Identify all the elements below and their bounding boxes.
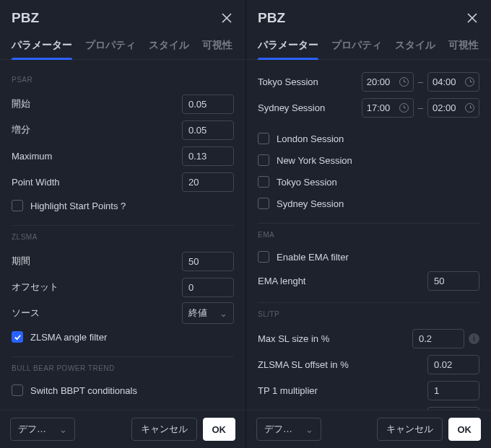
panel-title: PBZ <box>12 10 39 26</box>
row-period: 期間 <box>12 248 234 274</box>
row-source: ソース 終値 ⌄ <box>12 300 234 326</box>
button-group: キャンセル OK <box>131 418 236 441</box>
tab-style[interactable]: スタイル <box>395 33 435 59</box>
row-london-check: London Session <box>258 128 479 149</box>
tab-properties[interactable]: プロパティ <box>85 33 136 59</box>
select-source[interactable]: 終値 ⌄ <box>182 302 234 324</box>
row-tokyo-check: Tokyo Session <box>258 171 479 193</box>
preset-label: デフォ… <box>264 423 298 436</box>
tabs: パラメーター プロパティ スタイル 可視性 <box>246 33 491 60</box>
ok-button[interactable]: OK <box>203 418 236 441</box>
settings-panel-right: PBZ パラメーター プロパティ スタイル 可視性 Tokyo Session … <box>246 0 491 448</box>
header: PBZ <box>0 0 246 33</box>
row-start: 開始 <box>12 91 234 117</box>
input-period[interactable] <box>182 252 234 271</box>
label-sydney: Sydney Session <box>258 102 357 113</box>
row-increment: 増分 <box>12 117 234 143</box>
time-tokyo-end[interactable]: 04:00 <box>427 72 479 92</box>
label-switch-bbpt: Switch BBPT conditionals <box>30 385 137 396</box>
preset-dropdown[interactable]: デフォ… ⌄ <box>256 418 321 441</box>
label-period: 期間 <box>12 255 176 268</box>
tab-visibility[interactable]: 可視性 <box>448 33 479 59</box>
panel-title: PBZ <box>258 10 285 26</box>
checkbox-london[interactable] <box>258 133 269 144</box>
label-maxsl: Max SL size in % <box>258 333 407 344</box>
input-increment[interactable] <box>182 120 234 140</box>
time-sydney-start[interactable]: 17:00 <box>362 98 414 118</box>
row-switch-bbpt: Switch BBPT conditionals <box>12 379 234 401</box>
section-sltp: SL/TP <box>258 310 479 318</box>
chevron-down-icon: ⌄ <box>59 424 67 435</box>
input-zlsma-offset[interactable] <box>427 355 479 374</box>
button-group: キャンセル OK <box>377 418 482 441</box>
row-zlsma-offset: ZLSMA SL offset in % <box>258 351 479 377</box>
info-icon[interactable]: i <box>469 333 479 344</box>
row-sydney-time: Sydney Session 17:00 – 02:00 <box>258 95 479 120</box>
section-ema: EMA <box>258 231 479 239</box>
tab-parameters[interactable]: パラメーター <box>12 33 72 59</box>
tab-parameters[interactable]: パラメーター <box>258 33 318 59</box>
time-sydney-end[interactable]: 02:00 <box>427 98 479 118</box>
divider <box>258 302 479 303</box>
label-angle: ZLSMA angle filter <box>30 332 107 343</box>
settings-panel-left: PBZ パラメーター プロパティ スタイル 可視性 PSAR 開始 増分 Max… <box>0 0 246 448</box>
section-zlsma: ZLSMA <box>12 233 234 241</box>
clock-icon <box>399 77 409 87</box>
time-value: 02:00 <box>433 102 456 113</box>
row-ema-length: EMA lenght <box>258 268 479 294</box>
row-point-width: Point Width <box>12 169 234 195</box>
row-enable-ema: Enable EMA filter <box>258 246 479 268</box>
content-scroll[interactable]: Tokyo Session 20:00 – 04:00 Sydney Sessi… <box>246 60 491 410</box>
checkbox-newyork[interactable] <box>258 154 269 166</box>
label-maximum: Maximum <box>12 151 176 162</box>
label-tokyo: Tokyo Session <box>277 177 337 188</box>
row-maxsl: Max SL size in % i <box>258 325 479 351</box>
checkbox-enable-ema[interactable] <box>258 251 269 263</box>
chevron-down-icon: ⌄ <box>220 308 227 319</box>
checkbox-tokyo[interactable] <box>258 176 269 188</box>
input-point-width[interactable] <box>182 172 234 192</box>
time-tokyo-start[interactable]: 20:00 <box>362 72 414 92</box>
ok-button[interactable]: OK <box>448 418 482 441</box>
input-maxsl[interactable] <box>412 329 464 348</box>
time-value: 17:00 <box>367 102 391 113</box>
input-tp1[interactable] <box>427 381 479 400</box>
checkbox-switch-bbpt[interactable] <box>12 385 23 396</box>
checkbox-sydney[interactable] <box>258 198 269 209</box>
content-scroll[interactable]: PSAR 開始 増分 Maximum Point Width Highlight… <box>0 60 246 410</box>
preset-label: デフォ… <box>18 423 52 436</box>
label-london: London Session <box>277 133 344 144</box>
checkbox-angle[interactable] <box>12 331 23 343</box>
tabs: パラメーター プロパティ スタイル 可視性 <box>0 33 246 60</box>
label-source: ソース <box>12 307 176 320</box>
input-offset[interactable] <box>182 278 234 297</box>
footer: デフォ… ⌄ キャンセル OK <box>246 410 491 448</box>
input-ema-length[interactable] <box>427 271 479 291</box>
label-enable-ema: Enable EMA filter <box>277 252 349 263</box>
time-value: 20:00 <box>367 76 391 87</box>
clock-icon <box>465 103 474 113</box>
checkbox-highlight[interactable] <box>12 200 23 211</box>
divider <box>12 356 234 357</box>
row-tp2: TP 2 multiplier <box>258 403 479 410</box>
row-newyork-check: New York Session <box>258 149 479 171</box>
input-start[interactable] <box>182 95 234 114</box>
tab-visibility[interactable]: 可視性 <box>202 33 233 59</box>
cancel-button[interactable]: キャンセル <box>377 418 443 441</box>
row-tokyo-time: Tokyo Session 20:00 – 04:00 <box>258 69 479 95</box>
label-highlight: Highlight Start Points ? <box>30 201 126 211</box>
row-sydney-check: Sydney Session <box>258 193 479 214</box>
cancel-button[interactable]: キャンセル <box>131 418 197 441</box>
label-ema-length: EMA lenght <box>258 276 422 286</box>
close-icon[interactable] <box>465 11 479 25</box>
tab-properties[interactable]: プロパティ <box>331 33 382 59</box>
row-tp1: TP 1 multiplier <box>258 377 479 403</box>
label-sydney: Sydney Session <box>277 198 344 209</box>
tab-style[interactable]: スタイル <box>149 33 189 59</box>
preset-dropdown[interactable]: デフォ… ⌄ <box>10 418 75 441</box>
select-source-value: 終値 <box>188 307 207 320</box>
label-tokyo: Tokyo Session <box>258 76 357 87</box>
close-icon[interactable] <box>220 11 234 25</box>
input-maximum[interactable] <box>182 146 234 166</box>
clock-icon <box>465 77 474 87</box>
